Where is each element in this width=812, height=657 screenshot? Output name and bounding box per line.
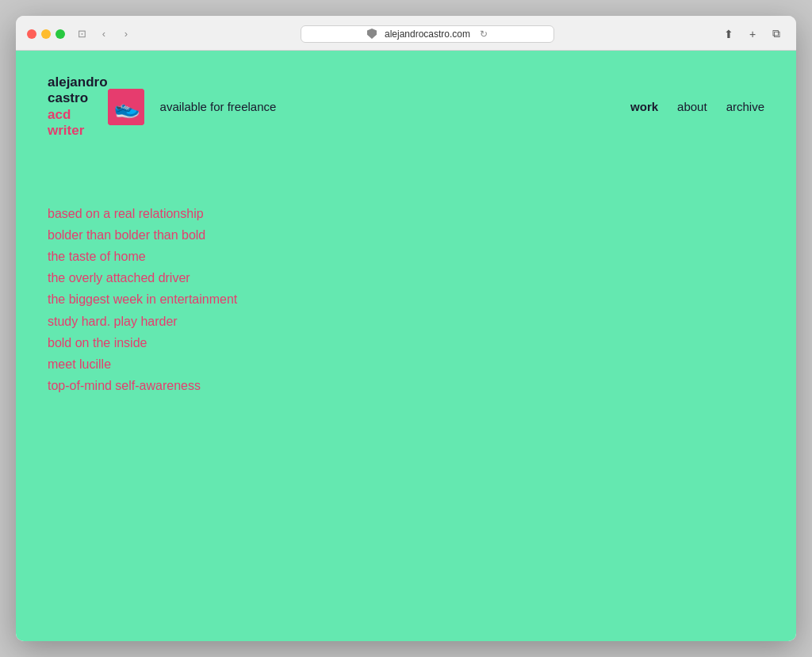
new-tab-icon[interactable]: + (744, 25, 761, 43)
forward-button[interactable]: › (117, 25, 135, 43)
reload-icon[interactable]: ↻ (480, 29, 488, 40)
nav-about[interactable]: about (677, 100, 707, 113)
close-button[interactable] (27, 29, 36, 39)
nav-archive[interactable]: archive (726, 100, 764, 113)
site-header: alejandro castro acd writer 👟 available … (16, 51, 796, 155)
share-icon[interactable]: ⬆ (720, 25, 737, 43)
tabs-icon[interactable]: ⧉ (768, 25, 785, 43)
logo-area: alejandro castro acd writer 👟 available … (48, 74, 276, 139)
work-list-item[interactable]: top-of-mind self-awareness (48, 375, 764, 396)
browser-chrome: ⊡ ‹ › alejandrocastro.com ↻ ⬆ + ⧉ (16, 16, 796, 51)
browser-window: ⊡ ‹ › alejandrocastro.com ↻ ⬆ + ⧉ alejan… (16, 16, 796, 641)
work-list-item[interactable]: the biggest week in entertainment (48, 288, 764, 310)
work-list-item[interactable]: the overly attached driver (48, 267, 764, 288)
page-content: alejandro castro acd writer 👟 available … (16, 51, 796, 641)
traffic-lights (27, 29, 65, 39)
url-text: alejandrocastro.com (385, 29, 470, 40)
logo-shoe-svg: 👟 (108, 89, 144, 125)
browser-nav: ⊡ ‹ › (73, 25, 135, 43)
logo-icon: 👟 (108, 89, 144, 125)
tagline: available for freelance (160, 100, 277, 113)
shield-icon (367, 29, 377, 39)
maximize-button[interactable] (56, 29, 65, 39)
work-list-item[interactable]: bold on the inside (48, 332, 764, 353)
minimize-button[interactable] (41, 29, 51, 39)
work-list-item[interactable]: bolder than bolder than bold (48, 224, 764, 246)
window-icon[interactable]: ⊡ (73, 25, 90, 43)
main-nav: work about archive (630, 100, 764, 113)
work-list: based on a real relationshipbolder than … (16, 155, 796, 460)
work-list-item[interactable]: the taste of home (48, 246, 764, 267)
work-list-item[interactable]: study hard. play harder (48, 311, 764, 332)
nav-work[interactable]: work (630, 100, 658, 113)
address-bar-area: alejandrocastro.com ↻ (143, 25, 712, 43)
address-bar[interactable]: alejandrocastro.com ↻ (301, 25, 554, 43)
browser-actions: ⬆ + ⧉ (720, 25, 785, 43)
back-button[interactable]: ‹ (95, 25, 113, 43)
logo-text: alejandro castro acd writer (48, 74, 108, 139)
work-list-item[interactable]: based on a real relationship (48, 203, 764, 224)
work-list-item[interactable]: meet lucille (48, 353, 764, 375)
